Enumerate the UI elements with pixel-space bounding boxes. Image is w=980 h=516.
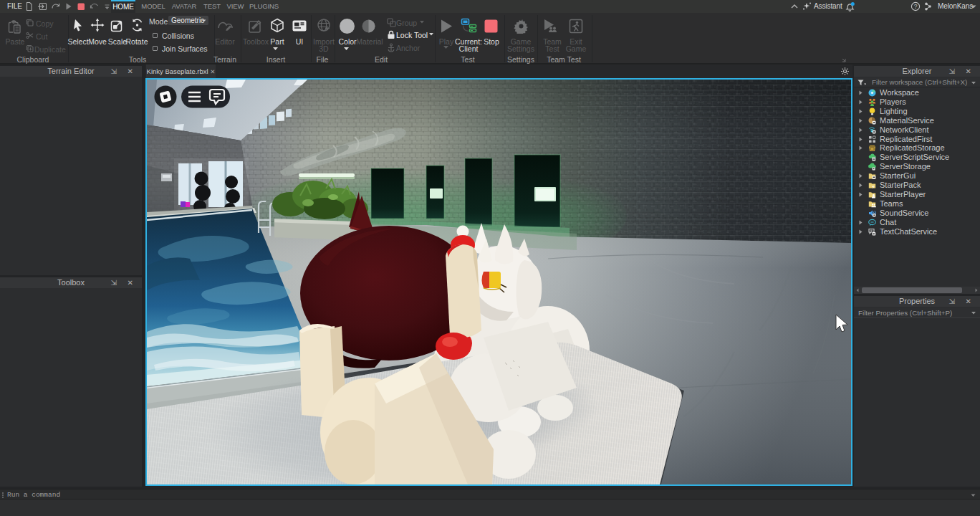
svg-text:?: ?	[914, 3, 918, 10]
